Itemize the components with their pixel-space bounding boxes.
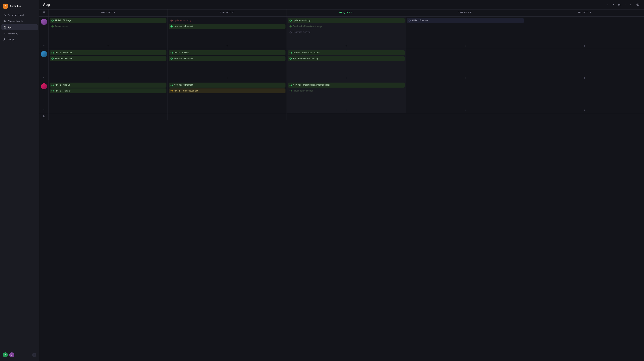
task-card[interactable]: New nav refinement [169, 24, 286, 29]
page-title: App [43, 3, 50, 7]
collapse-row-2[interactable]: ▲ [42, 107, 46, 111]
add-person-button[interactable] [40, 113, 49, 120]
row-2-wed: New nav - mockups ready for feedback Inf… [287, 81, 406, 113]
collapse-row-1[interactable]: ▲ [42, 75, 46, 79]
sidebar-item-people[interactable]: People [2, 37, 38, 42]
add-task-row0-thu[interactable]: + [464, 44, 467, 48]
header-avatar-col [40, 10, 49, 17]
row-1-thu: + [406, 49, 525, 81]
add-task-row1-mon[interactable]: + [106, 76, 110, 80]
task-card[interactable]: Update monitoring [288, 18, 404, 23]
add-board-button[interactable]: + [32, 353, 36, 357]
people-icon [3, 38, 6, 41]
row-0-fri: + [525, 17, 644, 49]
topbar: App « » [40, 0, 644, 10]
calendar-header: MON, OCT 9 TUE, OCT 10 WED, OCT 11 THU, … [40, 10, 644, 17]
task-card[interactable]: Feedback - Marketing strategy [288, 24, 404, 29]
row-2-mon: APP-1 - Mockup APP-3 - Hand-off + [49, 81, 168, 113]
sidebar-item-app[interactable]: App [2, 24, 38, 30]
check-circle-icon [51, 52, 54, 54]
footer-cell-wed [287, 113, 406, 120]
megaphone-icon [3, 32, 6, 35]
check-circle-icon [170, 25, 173, 28]
task-card[interactable]: Product review deck - ready [288, 50, 404, 55]
row-0-mon: APP-4 - Fix bugs Annual review + [49, 17, 168, 49]
sidebar-label-marketing: Marketing [8, 32, 18, 35]
svg-point-21 [409, 20, 410, 22]
task-card[interactable]: New nav refinement [169, 83, 286, 88]
add-task-row0-mon[interactable]: + [106, 44, 110, 48]
org-header: A Acme Inc. [0, 2, 39, 12]
add-task-row1-fri[interactable]: + [582, 76, 586, 80]
check-circle-muted-icon [289, 25, 292, 28]
check-circle-icon [51, 58, 54, 60]
row-2-avatar-cell: ▲ [40, 81, 49, 113]
add-task-row2-wed[interactable]: + [344, 109, 348, 112]
nav-last-button[interactable]: » [628, 2, 633, 7]
sidebar-item-marketing[interactable]: Marketing [2, 31, 38, 36]
check-circle-icon [170, 52, 173, 54]
svg-point-0 [4, 14, 5, 15]
header-thu: THU, OCT 12 [406, 10, 525, 17]
nav-first-button[interactable]: « [605, 2, 610, 7]
empty-circle-icon [289, 31, 292, 34]
sidebar-label-app: App [8, 26, 12, 29]
add-task-row2-thu[interactable]: + [464, 109, 467, 112]
sidebar-item-shared-boards[interactable]: Shared boards [2, 18, 38, 24]
calendar-row-1: ▲ APP-5 - Feedback Roadmap Review + [40, 49, 644, 81]
task-card[interactable]: APP-5 - Feedback [50, 50, 166, 55]
task-card[interactable]: Infrastructure council [288, 89, 404, 94]
header-wed: WED, OCT 11 [287, 10, 406, 17]
add-task-row2-fri[interactable]: + [582, 109, 586, 112]
task-card[interactable]: APP-4 - Fix bugs [50, 18, 166, 23]
check-circle-icon [289, 84, 292, 86]
collapse-row-0[interactable]: ▲ [42, 43, 46, 47]
task-card[interactable]: New nav - mockups ready for feedback [288, 83, 404, 88]
task-card[interactable]: APP-3 - Hand-off [50, 89, 166, 94]
footer-cell-tue [168, 113, 287, 120]
current-user-avatar[interactable]: A [3, 352, 8, 357]
second-user-avatar[interactable]: J [9, 352, 14, 357]
nav-next-button[interactable] [622, 2, 628, 7]
task-card[interactable]: APP-4 - Review [169, 50, 286, 55]
layout-icon [3, 26, 6, 29]
row-0-tue: Update monitoring New nav refinement + [168, 17, 287, 49]
check-circle-icon [170, 84, 173, 86]
check-circle-muted-icon [51, 25, 54, 28]
task-card[interactable]: Roadmap Review [50, 56, 166, 61]
sidebar-item-personal-board[interactable]: Personal board [2, 12, 38, 18]
task-card[interactable]: Roadmap meeting [288, 30, 404, 35]
task-card[interactable]: APP-1 - Mockup [50, 83, 166, 88]
add-task-row2-tue[interactable]: + [225, 109, 229, 112]
row-1-mon: APP-5 - Feedback Roadmap Review + [49, 49, 168, 81]
svg-rect-1 [4, 20, 4, 21]
add-task-row0-tue[interactable]: + [225, 44, 229, 48]
add-task-row2-mon[interactable]: + [106, 109, 110, 112]
check-circle-icon [289, 52, 292, 54]
org-avatar: A [3, 4, 8, 9]
add-task-row1-tue[interactable]: + [225, 76, 229, 80]
task-card[interactable]: APP-4 - Release [407, 18, 524, 23]
add-task-row0-wed[interactable]: + [344, 44, 348, 48]
nav-prev-button[interactable] [611, 2, 616, 7]
task-card[interactable]: New nav refinement [169, 56, 286, 61]
task-card[interactable]: APP-5 - Adress feedback [169, 89, 286, 94]
sidebar-bottom: A J + [0, 351, 39, 359]
svg-rect-11 [618, 4, 620, 6]
task-card[interactable]: 3pm Stakeholders meeting [288, 56, 404, 61]
row-1-fri: + [525, 49, 644, 81]
svg-rect-7 [5, 27, 6, 28]
svg-rect-4 [5, 21, 6, 22]
grid-icon [3, 20, 6, 23]
add-task-row1-wed[interactable]: + [344, 76, 348, 80]
check-circle-icon [289, 19, 292, 22]
settings-button[interactable] [636, 2, 640, 7]
add-task-row0-fri[interactable]: + [582, 44, 586, 48]
task-card[interactable]: Update monitoring [169, 18, 286, 23]
task-card[interactable]: Annual review [50, 24, 166, 29]
row-0-avatar-cell: ▲ [40, 17, 49, 49]
nav-calendar-button[interactable] [617, 2, 622, 7]
add-task-row1-thu[interactable]: + [464, 76, 467, 80]
svg-point-12 [638, 4, 638, 5]
calendar-row-0: ▲ APP-4 - Fix bugs Annual review + [40, 17, 644, 49]
